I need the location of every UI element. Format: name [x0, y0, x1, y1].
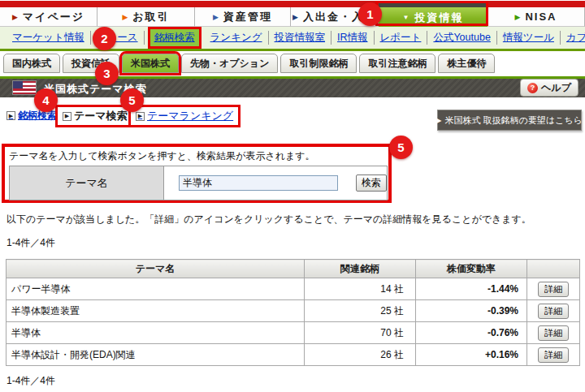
nav-tab-mypage[interactable]: ▶ マイページ: [0, 7, 98, 27]
tab-arrow-icon: ▶: [515, 13, 521, 21]
sub-nav: マーケット情報 ニュース 銘柄検索 ランキング 投資情報室 IR情報 レポート …: [0, 27, 585, 49]
annotation-badge-5a: 5: [120, 88, 144, 112]
request-button-label: 米国株式 取扱銘柄の要望はこちら: [444, 114, 582, 127]
subnav-official-youtube[interactable]: 公式Youtube: [427, 31, 496, 45]
price-change-cell: +0.16%: [416, 344, 527, 366]
annotation-badge-4: 4: [34, 88, 58, 112]
nav-tab-label: NISA: [525, 11, 557, 23]
subnav-report[interactable]: レポート: [375, 31, 428, 45]
annotation-badge-3: 3: [95, 62, 119, 85]
tab-domestic-stock[interactable]: 国内株式: [3, 54, 60, 73]
stock-count-cell: 25 社: [305, 300, 416, 322]
us-stock-request-button[interactable]: ▶ 米国株式 取扱銘柄の要望はこちら: [437, 110, 582, 131]
stock-count-cell: 70 社: [305, 322, 416, 344]
subnav-stock-search[interactable]: 銘柄検索: [148, 27, 202, 49]
help-label: ヘルプ: [541, 81, 571, 95]
tab-caution-stocks[interactable]: 取引注意銘柄: [359, 54, 436, 73]
results-note: 以下のテーマが該当しました。「詳細」のアイコンをクリックすることで、テーマの詳細…: [6, 213, 531, 226]
detail-cell: 詳細: [527, 300, 580, 322]
annotation-badge-1: 1: [358, 2, 382, 26]
tab-restricted-stocks[interactable]: 取引制限銘柄: [280, 54, 357, 73]
search-button[interactable]: 検索: [356, 174, 387, 192]
theme-name-label: テーマ名: [10, 166, 164, 200]
subnav-ir-info[interactable]: IR情報: [332, 31, 375, 45]
subnav-kabucall[interactable]: カブコール: [561, 31, 585, 45]
tab-us-stock[interactable]: 米国株式: [122, 54, 179, 73]
nav-tab-label: マイページ: [23, 10, 84, 24]
theme-name-cell: パワー半導体: [6, 278, 305, 300]
results-count-top: 1-4件／4件: [6, 236, 55, 250]
stock-count-cell: 14 社: [305, 278, 416, 300]
price-change-cell: -0.76%: [416, 322, 527, 344]
market-section-tabs: 国内株式 投資信託 米国株式 先物・オプション 取引制限銘柄 取引注意銘柄 株主…: [3, 54, 495, 73]
title-bar: 米国株式テーマ検索 ? ヘルプ: [0, 79, 585, 97]
results-count-bottom: 1-4件／4件: [6, 374, 55, 388]
subnav-ranking[interactable]: ランキング: [205, 31, 269, 45]
detail-button[interactable]: 詳細: [538, 325, 569, 341]
help-button[interactable]: ? ヘルプ: [520, 79, 578, 97]
nav-tab-nisa[interactable]: ▶ NISA: [488, 7, 585, 27]
tab-arrow-icon: ▶: [12, 13, 18, 21]
arrow-square-icon: ▶: [63, 112, 72, 121]
col-header-stocks: 関連銘柄: [305, 260, 416, 278]
theme-name-cell: 半導体設計・開発(EDA)関連: [6, 344, 305, 366]
detail-cell: 詳細: [527, 278, 580, 300]
nav-tab-trade[interactable]: ▶ お取引: [98, 7, 195, 27]
annotation-box-investment-info: [375, 1, 488, 26]
col-header-change: 株価変動率: [416, 260, 527, 278]
theme-results-table: テーマ名 関連銘柄 株価変動率 パワー半導体 14 社 -1.44% 詳細 半導…: [6, 259, 580, 366]
us-flag-icon: [13, 81, 36, 94]
detail-button[interactable]: 詳細: [538, 282, 569, 297]
nav-tab-label: 資産管理: [223, 10, 272, 24]
subnav-info-tools[interactable]: 情報ツール: [497, 31, 561, 45]
brand-strip: [0, 1, 585, 7]
tab-arrow-icon: ▶: [213, 13, 219, 21]
flag-canton: [13, 81, 23, 88]
arrow-square-icon: ▶: [6, 111, 15, 120]
tab-arrow-icon: ▶: [292, 13, 298, 21]
link-label: テーマランキング: [147, 109, 233, 123]
page: ▶ マイページ ▶ お取引 ▶ 資産管理 ▶ 入出金・入金 ▼ 投資情報 ▶ N…: [0, 0, 585, 392]
help-icon: ?: [527, 83, 538, 93]
detail-button[interactable]: 詳細: [538, 347, 569, 363]
theme-name-cell: 半導体製造装置: [6, 300, 305, 322]
nav-tab-assets[interactable]: ▶ 資産管理: [195, 7, 291, 27]
theme-name-input[interactable]: [179, 175, 338, 191]
table-row: パワー半導体 14 社 -1.44% 詳細: [6, 278, 580, 300]
price-change-cell: -1.44%: [416, 278, 527, 300]
tab-futures-options[interactable]: 先物・オプション: [181, 54, 278, 73]
detail-cell: 詳細: [527, 322, 580, 344]
table-row: 半導体設計・開発(EDA)関連 26 社 +0.16% 詳細: [6, 344, 580, 366]
theme-name-cell: 半導体: [6, 322, 305, 344]
global-nav: ▶ マイページ ▶ お取引 ▶ 資産管理 ▶ 入出金・入金 ▼ 投資情報 ▶ N…: [0, 0, 585, 27]
annotation-badge-5b: 5: [389, 136, 413, 159]
search-instruction: テーマ名を入力して検索ボタンを押すと、検索結果が表示されます。: [9, 149, 388, 163]
green-divider: [0, 49, 585, 51]
link-theme-ranking[interactable]: ▶ テーマランキング: [128, 105, 240, 127]
col-header-theme: テーマ名: [6, 260, 305, 278]
theme-search-panel: テーマ名を入力して検索ボタンを押すと、検索結果が表示されます。 テーマ名 検索: [2, 144, 392, 203]
col-header-detail: [527, 260, 580, 278]
arrow-square-icon: ▶: [136, 112, 145, 121]
table-row: 半導体製造装置 25 社 -0.39% 詳細: [6, 300, 580, 322]
link-label: テーマ検索: [74, 109, 128, 123]
detail-cell: 詳細: [527, 344, 580, 366]
arrow-icon: ▶: [436, 117, 441, 124]
search-form-fields: 検索: [164, 166, 387, 200]
annotation-badge-2: 2: [93, 27, 116, 50]
tab-arrow-icon: ▶: [122, 13, 128, 21]
subnav-market-info[interactable]: マーケット情報: [6, 31, 91, 45]
tab-shareholder-benefits[interactable]: 株主優待: [438, 54, 495, 73]
detail-button[interactable]: 詳細: [538, 304, 569, 319]
subnav-info-room[interactable]: 投資情報室: [269, 31, 332, 45]
table-row: 半導体 70 社 -0.76% 詳細: [6, 322, 580, 344]
search-form-row: テーマ名 検索: [9, 166, 388, 200]
price-change-cell: -0.39%: [416, 300, 527, 322]
nav-tab-label: お取引: [132, 10, 169, 24]
table-header-row: テーマ名 関連銘柄 株価変動率: [6, 260, 580, 278]
stock-count-cell: 26 社: [305, 344, 416, 366]
